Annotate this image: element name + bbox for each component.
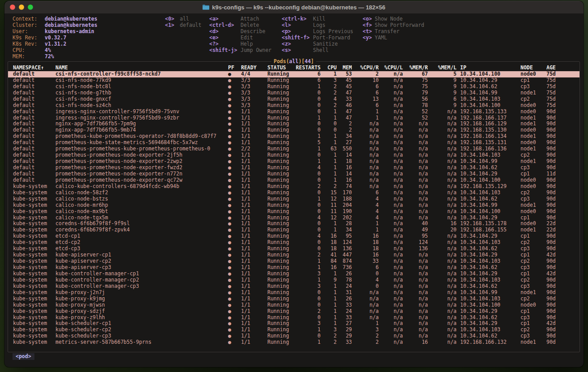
cell-cpu: 18: [321, 246, 337, 252]
cell-cpu-r: n/a: [352, 152, 379, 158]
table-row[interactable]: kube-systemkube-proxy-k9jmg●1/1Running01…: [8, 296, 580, 302]
table-row[interactable]: defaultprometheus-prometheus-node-export…: [8, 152, 580, 158]
cell-mem-r: n/a: [403, 308, 428, 315]
table-row[interactable]: kube-systemkube-proxy-sdzjf●1/1Running21…: [8, 308, 580, 315]
cell-node: cp2: [520, 96, 546, 103]
shortcut-key: <ctrl-d>: [209, 22, 241, 28]
table-row[interactable]: kube-systemcalico-node-tgx5m●1/1Running4…: [8, 215, 580, 221]
title-mid: )[: [298, 58, 305, 64]
cell-name: kube-apiserver-cp1: [55, 252, 226, 258]
cell-mem-l: 16: [428, 221, 457, 227]
table-row[interactable]: kube-systemkube-controller-manager-cp1●1…: [8, 271, 580, 277]
cell-restarts: 0: [293, 152, 321, 158]
table-row[interactable]: defaultingress-nginx-controller-9756f5bd…: [8, 109, 580, 115]
cell-age: 90d: [546, 283, 567, 290]
window-titlebar[interactable]: k9s-configs — k9s --kubeconfig debian@ku…: [4, 1, 584, 13]
table-row[interactable]: kube-systemcalico-node-mr6hp●1/1Running0…: [8, 202, 580, 209]
table-row[interactable]: kube-systemetcd-cp2●1/1Running01812418n/…: [8, 239, 580, 246]
table-row[interactable]: kube-systemcalico-kube-controllers-6879d…: [8, 184, 580, 190]
table-row[interactable]: defaultcsi-nfs-node-btc8l●3/3Running1245…: [8, 84, 580, 90]
cell-ip: 10.34.104.29: [457, 215, 520, 221]
table-row[interactable]: kube-systemkube-apiserver-cp3●1/1Running…: [8, 265, 580, 271]
table-row[interactable]: kube-systemkube-proxy-j2n7j●1/1Running01…: [8, 290, 580, 296]
cell-name: prometheus-prometheus-node-exporter-qc72…: [55, 177, 226, 184]
table-row[interactable]: kube-systemkube-scheduler-cp2●1/1Running…: [8, 327, 580, 333]
cell-namespace: default: [13, 165, 55, 171]
table-row[interactable]: kube-systemcoredns-6f6b679f8f-9f9sl●1/1R…: [8, 221, 580, 227]
cell-cpu-r: 4: [352, 215, 379, 221]
table-row[interactable]: kube-systemcoredns-6f6b679f8f-zpvk4●1/1R…: [8, 227, 580, 233]
table-row[interactable]: kube-systemkube-proxy-z9lhh●1/1Running01…: [8, 315, 580, 321]
table-row[interactable]: kube-systemcalico-node-mx9bt●1/1Running0…: [8, 209, 580, 215]
breadcrumb-pod[interactable]: <pod>: [13, 353, 34, 360]
table-row[interactable]: defaultprometheus-kube-state-metrics-569…: [8, 140, 580, 146]
cell-ready: 1/1: [241, 127, 267, 133]
cell-mem-r: 40: [403, 221, 428, 227]
table-row[interactable]: kube-systemmetrics-server-587b667b55-9pr…: [8, 339, 580, 346]
shortcut-item: <t>Transfer: [363, 28, 424, 34]
table-row[interactable]: defaultprometheus-kube-prometheus-operat…: [8, 133, 580, 140]
table-row[interactable]: defaultcsi-nfs-node-77kd9●3/3Running6345…: [8, 77, 580, 84]
cell-ready: 1/1: [241, 209, 267, 215]
zoom-button[interactable]: [28, 4, 33, 10]
table-row[interactable]: kube-systemcalico-node-58zf2●1/1Running0…: [8, 190, 580, 196]
pod-status-dot-icon: ●: [226, 127, 241, 133]
cell-mem-r: n/a: [403, 283, 428, 290]
table-row[interactable]: defaultnginx-app-7df7b66fb5-9mb74●1/1Run…: [8, 127, 580, 133]
pod-status-dot-icon: ●: [226, 290, 241, 296]
cell-status: STATUS: [267, 65, 293, 71]
table-row[interactable]: defaultnginx-app-7df7b66fb5-7pm9g●1/1Run…: [8, 121, 580, 127]
cell-mem: 33: [337, 315, 352, 321]
table-row[interactable]: defaultprometheus-prometheus-node-export…: [8, 177, 580, 184]
cell-status: Running: [267, 308, 293, 315]
cell-cpu: 1: [321, 271, 337, 277]
breadcrumb: <pod>: [13, 353, 34, 360]
table-row[interactable]: kube-systemkube-scheduler-cp3●1/1Running…: [8, 333, 580, 339]
cell-node: node0: [520, 209, 546, 215]
table-row[interactable]: kube-systemkube-proxy-mjwsn●1/1Running01…: [8, 302, 580, 308]
table-row[interactable]: kube-systemkube-scheduler-cp1●1/1Running…: [8, 321, 580, 327]
table-row[interactable]: defaultingress-nginx-controller-9756f5bd…: [8, 115, 580, 121]
table-row[interactable]: defaultcsi-nfs-node-gnxcf●3/3Running0433…: [8, 96, 580, 103]
minimize-button[interactable]: [19, 4, 24, 10]
cell-mem-l: n/a: [428, 246, 457, 252]
cell-node: node1: [520, 115, 546, 121]
cell-mem-l: n/a: [428, 258, 457, 265]
cell-cpu: 12: [321, 215, 337, 221]
table-row[interactable]: defaultprometheus-prometheus-node-export…: [8, 171, 580, 177]
cell-cpu-r: 6: [352, 90, 379, 96]
pods-table-title: Pods(all)[44]: [271, 58, 316, 64]
cell-status: Running: [267, 209, 293, 215]
cell-name: kube-controller-manager-cp2: [55, 277, 226, 283]
cell-ip: 10.34.104.29: [457, 321, 520, 327]
table-row[interactable]: defaultcsi-nfs-controller-f99c8ff58-nckd…: [8, 71, 580, 77]
pod-status-dot-icon: ●: [226, 133, 241, 140]
table-row[interactable]: kube-systemkube-controller-manager-cp2●1…: [8, 277, 580, 283]
table-header-row[interactable]: NAMESPACE↑NAMEPFREADYSTATUSRESTARTSCPUME…: [8, 65, 580, 71]
cell-age: 90d: [546, 152, 567, 158]
table-row[interactable]: kube-systemcalico-node-bstzs●1/1Running1…: [8, 196, 580, 202]
table-row[interactable]: defaultprometheus-prometheus-node-export…: [8, 165, 580, 171]
table-row[interactable]: kube-systemetcd-cp1●1/1Running4169516n/a…: [8, 233, 580, 239]
cell-ip: 192.168.135.131: [457, 140, 520, 146]
table-row[interactable]: kube-systemkube-apiserver-cp2●1/1Running…: [8, 258, 580, 265]
cell-mem-r: n/a: [403, 265, 428, 271]
table-row[interactable]: kube-systemkube-apiserver-cp1●1/1Running…: [8, 252, 580, 258]
cell-cpu-r: 6: [352, 103, 379, 109]
cell-name: prometheus-prometheus-node-exporter-fwzd…: [55, 165, 226, 171]
cell-restarts: 0: [293, 246, 321, 252]
info-label: User:: [13, 28, 45, 34]
cell-cpu-l: n/a: [379, 296, 403, 302]
cell-restarts: 0: [293, 121, 321, 127]
table-row[interactable]: defaultprometheus-prometheus-node-export…: [8, 158, 580, 165]
table-row[interactable]: defaultcsi-nfs-node-sz4ch●3/3Running0246…: [8, 103, 580, 109]
cell-cpu-r: 16: [352, 252, 379, 258]
table-row[interactable]: kube-systemkube-controller-manager-cp3●1…: [8, 283, 580, 290]
close-button[interactable]: [10, 4, 15, 10]
cell-node: node1: [520, 158, 546, 165]
table-row[interactable]: kube-systemetcd-cp3●1/1Running01813618n/…: [8, 246, 580, 252]
table-row[interactable]: defaultcsi-nfs-node-g7thb●3/3Running0247…: [8, 90, 580, 96]
cell-name: etcd-cp1: [55, 233, 226, 239]
table-row[interactable]: defaultprometheus-prometheus-kube-promet…: [8, 146, 580, 152]
cell-node: cp2: [520, 277, 546, 283]
